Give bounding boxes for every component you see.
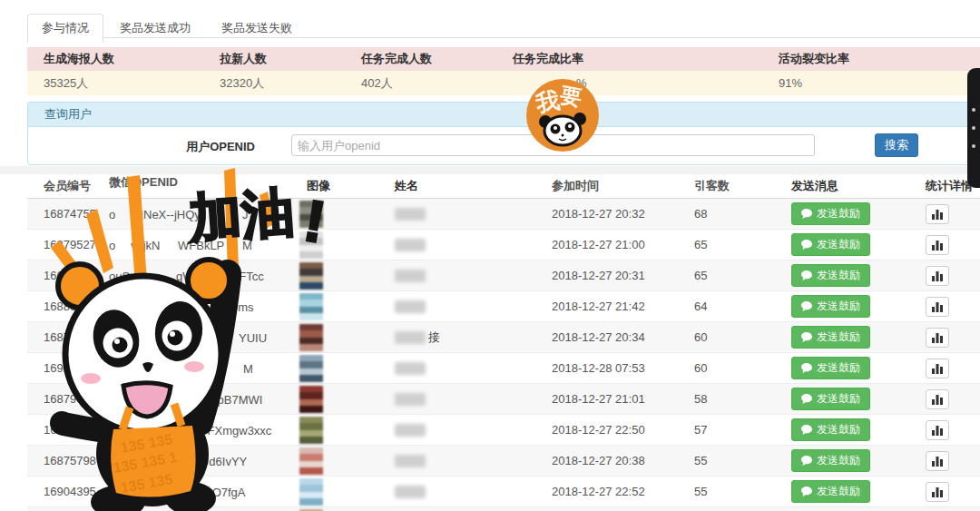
stat-value: 35325人 (44, 75, 220, 92)
tab-prize-success[interactable]: 奖品发送成功 (105, 14, 205, 43)
send-encourage-button[interactable]: 发送鼓励 (791, 449, 870, 472)
openid-fragment: M (243, 361, 253, 375)
openid-fragment: o (109, 207, 115, 221)
redacted-name (395, 270, 426, 282)
avatar (299, 386, 323, 413)
stat-label: 活动裂变比率 (779, 51, 980, 67)
stats-detail-button[interactable] (926, 482, 949, 502)
openid-cell: ojuj77L4gZvplsTk (109, 507, 299, 511)
send-encourage-button[interactable]: 发送鼓励 (791, 202, 870, 225)
table-row: 16875125 YUIU 接 2018-12-27 20:34 60 发送鼓励 (27, 322, 980, 353)
send-encourage-label: 发送鼓励 (817, 484, 860, 499)
openid-fragment: 5jjNeX--jHQy (132, 207, 201, 221)
tab-prize-fail[interactable]: 奖品发送失败 (207, 14, 307, 43)
stats-detail-cell (926, 204, 980, 224)
send-encourage-label: 发送鼓励 (817, 391, 860, 407)
stats-detail-button[interactable] (926, 266, 949, 286)
stats-detail-button[interactable] (926, 451, 949, 471)
stats-detail-cell (926, 266, 980, 286)
avatar (299, 478, 323, 506)
column-header: 图像 (299, 178, 395, 194)
chat-bubble-icon (801, 240, 812, 250)
member-id-cell: 16879527 (44, 238, 109, 251)
column-header: 发送消息 (791, 178, 926, 194)
stats-detail-button[interactable] (926, 204, 949, 224)
send-message-cell: 发送鼓励 (791, 264, 926, 287)
send-encourage-label: 发送鼓励 (817, 299, 860, 314)
join-time-cell: 2018-12-27 20:38 (544, 454, 694, 467)
send-encourage-button[interactable]: 发送鼓励 (791, 295, 870, 318)
stats-summary: 生成海报人数拉新人数任务完成人数任务完成比率活动裂变比率 35325人32320… (27, 47, 980, 95)
avatar (299, 262, 323, 290)
openid-cell: 3CNt9ms (109, 291, 299, 321)
stats-detail-button[interactable] (926, 389, 949, 409)
openid-fragment: _tJd6IvYY (193, 454, 247, 467)
table-header-row: 会员编号微信OPENID图像姓名参加时间引客数发送消息统计详情 (27, 174, 980, 199)
redacted-name (395, 455, 426, 467)
avatar-cell (299, 478, 395, 506)
openid-fragment: SePFXmgw3xxc (185, 423, 271, 437)
stats-detail-button[interactable] (926, 328, 949, 348)
send-encourage-button[interactable]: 发送鼓励 (791, 480, 870, 503)
search-button[interactable]: 搜索 (875, 133, 918, 157)
openid-cell: ypB7MWI (109, 384, 299, 414)
floating-toolbar[interactable] (967, 68, 980, 188)
member-id-cell: 16875125 (44, 330, 109, 344)
stats-detail-cell (926, 451, 980, 471)
stats-detail-cell (926, 482, 980, 502)
send-encourage-button[interactable]: 发送鼓励 (791, 326, 870, 349)
avatar-cell (299, 262, 395, 290)
bar-chart-icon (932, 486, 943, 497)
redacted-name (395, 331, 426, 344)
bar-chart-icon (932, 394, 943, 405)
redacted-name (395, 424, 426, 437)
send-encourage-button[interactable]: 发送鼓励 (791, 418, 870, 441)
chat-bubble-icon (801, 270, 812, 280)
stats-header-row: 生成海报人数拉新人数任务完成人数任务完成比率活动裂变比率 (27, 47, 980, 71)
name-cell: 接 (395, 329, 544, 346)
stats-detail-button[interactable] (926, 420, 949, 440)
chat-bubble-icon (801, 332, 812, 342)
redacted-name (395, 393, 426, 406)
openid-fragment: ouSv5j (109, 269, 145, 282)
send-message-cell: 发送鼓励 (791, 480, 926, 503)
tab-label: 奖品发送失败 (221, 21, 292, 34)
bar-chart-icon (932, 456, 943, 467)
send-encourage-button[interactable]: 发送鼓励 (791, 357, 870, 379)
openid-fragment: 5FvO7fgA (192, 485, 246, 498)
chat-bubble-icon (801, 394, 812, 404)
stats-detail-button[interactable] (926, 297, 949, 317)
redacted-name (395, 486, 426, 498)
avatar (299, 355, 323, 382)
column-header: 微信OPENID (109, 174, 299, 198)
table-body: 16874755 o5jjNeX--jHQyJ 2018-12-27 20:32… (27, 199, 980, 511)
send-message-cell: 发送鼓励 (791, 449, 926, 472)
column-header: 引客数 (694, 178, 791, 194)
bar-chart-icon (932, 332, 943, 343)
tab-participation[interactable]: 参与情况 (27, 14, 103, 43)
members-table: 会员编号微信OPENID图像姓名参加时间引客数发送消息统计详情 16874755… (27, 174, 980, 511)
openid-fragment: v5jkN (131, 238, 161, 251)
send-encourage-button[interactable]: 发送鼓励 (791, 388, 870, 410)
openid-cell: SePFXmgw3xxc (109, 415, 299, 445)
stat-label: 生成海报人数 (44, 51, 220, 67)
redacted-name (395, 300, 426, 313)
avatar-cell (299, 355, 395, 382)
stats-detail-cell (926, 359, 980, 378)
member-id-cell: 16920756 (44, 361, 109, 375)
chat-bubble-icon (801, 456, 812, 466)
send-encourage-button[interactable]: 发送鼓励 (791, 233, 870, 256)
send-encourage-label: 发送鼓励 (817, 329, 860, 345)
stats-detail-button[interactable] (926, 359, 949, 378)
stats-detail-button[interactable] (926, 235, 949, 255)
send-message-cell: 发送鼓励 (791, 418, 926, 441)
openid-input[interactable] (291, 134, 815, 156)
member-id-cell: 16889471 (44, 300, 109, 313)
send-message-cell: 发送鼓励 (791, 202, 926, 225)
stat-label: 任务完成比率 (513, 51, 779, 67)
referral-count-cell: 57 (694, 423, 791, 437)
avatar-cell (299, 324, 395, 351)
join-time-cell: 2018-12-27 21:00 (544, 238, 694, 251)
send-encourage-button[interactable]: 发送鼓励 (791, 264, 870, 287)
redacted-name (395, 239, 426, 251)
